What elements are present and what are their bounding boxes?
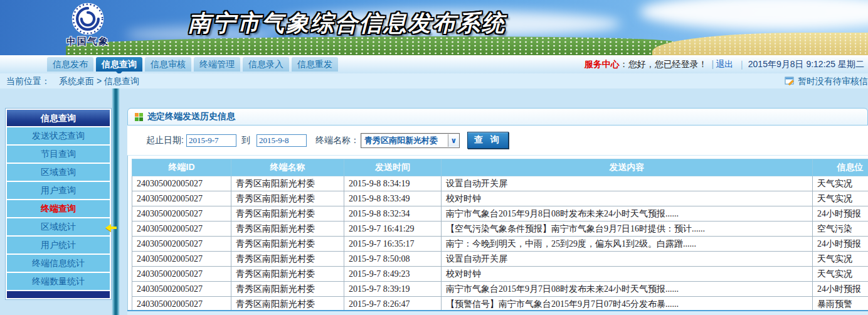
table-bottom-strip: [127, 310, 868, 315]
cell-terminal-id: 240305002005027: [132, 282, 231, 297]
nav-tabs: 信息发布信息查询信息审核终端管理信息录入信息重发: [47, 57, 338, 72]
logout-link[interactable]: 退出: [716, 59, 733, 69]
table-header-row: 终端ID 终端名称 发送时间 发送内容 信息位: [132, 159, 868, 176]
cell-send-content: 南宁市气象台2015年9月7日08时发布未来24小时天气预报......: [442, 282, 813, 297]
cell-info-type: 暴雨预警: [813, 297, 868, 312]
col-send-content: 发送内容: [442, 159, 813, 176]
cell-info-type: 天气实况: [813, 267, 868, 282]
panel-divider: [112, 88, 120, 315]
chevron-down-icon[interactable]: ∨: [448, 134, 459, 147]
separator: |: [712, 59, 714, 69]
cell-terminal-name: 青秀区南阳新光村委: [231, 267, 344, 282]
cell-terminal-name: 青秀区南阳新光村委: [231, 222, 344, 237]
breadcrumb-label: 当前位置：: [6, 76, 50, 86]
terminal-select-value: 青秀区南阳新光村委: [361, 135, 448, 146]
cell-info-type: 24小时预报: [813, 237, 868, 252]
cell-terminal-id: 240305002005027: [132, 191, 231, 206]
cell-send-content: 设置自动开关屏: [442, 252, 813, 267]
sidebar-item[interactable]: 用户查询: [7, 182, 110, 199]
sidebar-menu: 信息查询 发送状态查询节目查询区域查询用户查询终端查询区域统计用户统计终端信息统…: [5, 108, 112, 300]
sidebar-header: 信息查询: [7, 110, 110, 126]
cell-terminal-id: 240305002005027: [132, 267, 231, 282]
pending-review-text: 暂时没有待审核信息: [798, 73, 868, 88]
col-send-time: 发送时间: [344, 159, 442, 176]
terminal-select[interactable]: 青秀区南阳新光村委 ∨: [361, 133, 460, 148]
wheat-field-decoration: [652, 33, 868, 55]
cell-info-type: 24小时预报: [813, 206, 868, 222]
cell-send-content: 南宁市气象台2015年9月8日08时发布未来24小时天气预报......: [442, 206, 813, 222]
weather-swirl-icon: [71, 2, 105, 36]
cell-terminal-name: 青秀区南阳新光村委: [231, 191, 344, 206]
cell-send-content: 校对时钟: [442, 191, 813, 206]
cell-send-content: 【空气污染气象条件预报】南宁市气象台9月7日16时提供：预计......: [442, 222, 813, 237]
query-button[interactable]: 查 询: [467, 132, 509, 149]
cell-terminal-id: 240305002005027: [132, 297, 231, 312]
service-center-info: 服务中心：您好，您已经登录！ |退出 ｜2015年9月8日 9:12:25 星期…: [585, 55, 864, 73]
sidebar-items: 发送状态查询节目查询区域查询用户查询终端查询区域统计用户统计终端信息统计终端数量…: [7, 127, 110, 290]
cell-terminal-id: 240305002005027: [132, 206, 231, 222]
separator: ｜: [738, 59, 746, 69]
nav-tab[interactable]: 信息查询: [96, 57, 142, 72]
nav-tab[interactable]: 信息录入: [243, 57, 289, 72]
cell-terminal-name: 青秀区南阳新光村委: [231, 297, 344, 312]
col-terminal-name: 终端名称: [231, 159, 344, 176]
collapse-sidebar-arrow[interactable]: [105, 224, 118, 232]
end-date-input[interactable]: [257, 134, 307, 147]
cell-send-time: 2015-9-7 16:41:29: [344, 222, 442, 237]
date-range-label: 起止日期:: [146, 135, 184, 146]
nav-tab[interactable]: 终端管理: [194, 57, 240, 72]
sidebar-footer-bar: [7, 291, 110, 298]
cell-send-content: 设置自动开关屏: [442, 176, 813, 191]
pending-review-note: 暂时没有待审核信息: [785, 73, 868, 88]
breadcrumb-path[interactable]: 系统桌面 > 信息查询: [59, 76, 139, 86]
cloud-decoration: [640, 0, 868, 30]
sidebar-item[interactable]: 发送状态查询: [7, 127, 110, 144]
sidebar-item[interactable]: 区域统计: [7, 218, 110, 235]
cma-logo: 中国气象: [55, 2, 120, 48]
content-panel-header: 选定终端发送历史信息: [127, 108, 868, 125]
start-date-input[interactable]: [186, 134, 236, 147]
nav-tab[interactable]: 信息审核: [145, 57, 191, 72]
table-row: 240305002005027 青秀区南阳新光村委 2015-9-8 8:33:…: [132, 191, 868, 206]
cell-send-time: 2015-9-7 16:35:17: [344, 237, 442, 252]
nav-tab[interactable]: 信息发布: [47, 57, 93, 72]
cell-terminal-id: 240305002005027: [132, 237, 231, 252]
breadcrumb-bar: 当前位置：系统桌面 > 信息查询 暂时没有待审核信息: [0, 73, 868, 88]
cell-terminal-name: 青秀区南阳新光村委: [231, 206, 344, 222]
sidebar-item[interactable]: 终端数量统计: [7, 273, 110, 290]
table-row: 240305002005027 青秀区南阳新光村委 2015-9-7 8:26:…: [132, 297, 868, 312]
cell-terminal-name: 青秀区南阳新光村委: [231, 282, 344, 297]
app-window: 中国气象 南宁市气象综合信息发布系统 信息发布信息查询信息审核终端管理信息录入信…: [0, 0, 868, 315]
cell-terminal-name: 青秀区南阳新光村委: [231, 176, 344, 191]
terminal-name-label: 终端名称：: [315, 135, 359, 146]
query-form: 起止日期: 到 终端名称： 青秀区南阳新光村委 ∨ 查 询: [127, 125, 868, 156]
top-nav-bar: 信息发布信息查询信息审核终端管理信息录入信息重发 服务中心：您好，您已经登录！ …: [0, 55, 868, 73]
grid-squares-icon: [135, 113, 143, 121]
sidebar-item[interactable]: 终端信息统计: [7, 255, 110, 272]
table-row: 240305002005027 青秀区南阳新光村委 2015-9-8 8:34:…: [132, 176, 868, 191]
table-row: 240305002005027 青秀区南阳新光村委 2015-9-7 8:50:…: [132, 252, 868, 267]
history-table: 终端ID 终端名称 发送时间 发送内容 信息位 240305002005027 …: [132, 159, 868, 312]
cell-send-time: 2015-9-7 8:50:08: [344, 252, 442, 267]
col-terminal-id: 终端ID: [132, 159, 231, 176]
table-row: 240305002005027 青秀区南阳新光村委 2015-9-7 8:39:…: [132, 282, 868, 297]
nav-tab[interactable]: 信息重发: [292, 57, 338, 72]
sidebar-item[interactable]: 用户统计: [7, 237, 110, 254]
sidebar-item[interactable]: 区域查询: [7, 164, 110, 181]
cell-info-type: 天气实况: [813, 176, 868, 191]
panel-title: 选定终端发送历史信息: [147, 111, 235, 122]
login-greeting: ：您好，您已经登录！: [620, 59, 707, 69]
cell-terminal-id: 240305002005027: [132, 176, 231, 191]
system-title: 南宁市气象综合信息发布系统: [188, 8, 506, 39]
cell-send-content: 南宁：今晚到明天，中雨，25到29度，偏东风1到2级。白露蹭......: [442, 237, 813, 252]
sidebar-item[interactable]: 终端查询: [7, 200, 110, 217]
service-center-label: 服务中心: [585, 59, 620, 69]
table-row: 240305002005027 青秀区南阳新光村委 2015-9-7 16:35…: [132, 237, 868, 252]
cell-info-type: 24小时预报: [813, 282, 868, 297]
sidebar-item[interactable]: 节目查询: [7, 146, 110, 163]
cell-send-time: 2015-9-7 8:49:23: [344, 267, 442, 282]
cell-send-time: 2015-9-7 8:39:19: [344, 282, 442, 297]
notepad-pencil-icon: [785, 76, 795, 86]
cell-send-content: 【预警信号】南宁市气象台2015年9月7日07时45分发布暴......: [442, 297, 813, 312]
cell-send-content: 校对时钟: [442, 267, 813, 282]
